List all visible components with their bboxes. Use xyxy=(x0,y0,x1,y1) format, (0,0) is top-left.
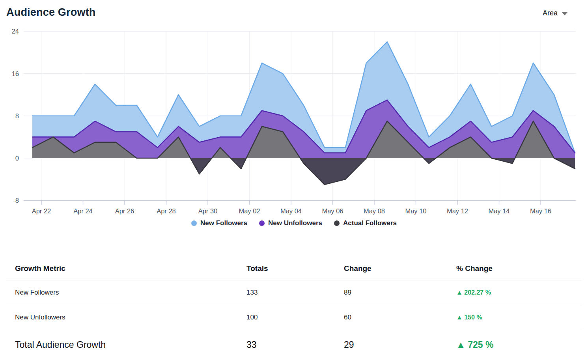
metric-label: New Unfollowers xyxy=(15,314,246,321)
totals-value: 33 xyxy=(246,340,344,350)
pct-change-value: ▲ 725 % xyxy=(456,340,582,350)
page-title: Audience Growth xyxy=(6,6,96,19)
chart-type-value: Area xyxy=(543,9,558,17)
x-tick-label: May 06 xyxy=(322,207,343,215)
legend-dot-icon xyxy=(259,220,265,226)
x-tick-label: May 14 xyxy=(488,207,510,215)
pct-change-value: ▲ 150 % xyxy=(456,314,582,321)
x-tick-label: May 10 xyxy=(405,207,426,215)
x-tick-label: Apr 22 xyxy=(32,207,51,215)
table-row: New Unfollowers 100 60 ▲ 150 % xyxy=(6,305,582,330)
legend-item[interactable]: Actual Followers xyxy=(334,219,397,227)
chart-type-dropdown[interactable]: Area xyxy=(543,9,568,17)
y-tick-label: 8 xyxy=(15,112,19,119)
totals-value: 100 xyxy=(246,314,344,321)
x-tick-label: May 04 xyxy=(280,207,302,215)
audience-growth-chart: Apr 22Apr 24Apr 26Apr 28Apr 30May 02May … xyxy=(0,0,588,215)
legend-dot-icon xyxy=(334,220,340,226)
y-tick-label: 0 xyxy=(15,155,19,162)
col-header-change: Change xyxy=(344,264,456,273)
x-tick-label: May 02 xyxy=(239,207,260,215)
change-value: 29 xyxy=(344,340,456,350)
table-header-row: Growth Metric Totals Change % Change xyxy=(6,257,582,280)
legend-label: Actual Followers xyxy=(343,219,397,227)
chevron-down-icon xyxy=(562,12,568,15)
legend-dot-icon xyxy=(191,220,197,226)
change-value: 60 xyxy=(344,314,456,321)
col-header-pct-change: % Change xyxy=(456,264,582,273)
chart-header: Audience Growth Area xyxy=(6,6,582,19)
x-tick-label: May 08 xyxy=(364,207,385,215)
chart-legend: New FollowersNew UnfollowersActual Follo… xyxy=(0,219,588,227)
x-tick-label: Apr 24 xyxy=(73,207,93,215)
x-tick-label: May 12 xyxy=(447,207,468,215)
legend-item[interactable]: New Unfollowers xyxy=(259,219,322,227)
x-tick-label: Apr 30 xyxy=(198,207,218,215)
legend-label: New Followers xyxy=(200,219,247,227)
x-tick-label: Apr 26 xyxy=(115,207,134,215)
legend-item[interactable]: New Followers xyxy=(191,219,247,227)
metric-label: Total Audience Growth xyxy=(15,340,246,350)
metric-label: New Followers xyxy=(15,289,246,297)
change-value: 89 xyxy=(344,289,456,297)
table-total-row: Total Audience Growth 33 29 ▲ 725 % xyxy=(6,330,582,359)
legend-label: New Unfollowers xyxy=(268,219,322,227)
col-header-growth-metric: Growth Metric xyxy=(15,264,246,273)
audience-growth-panel: Apr 22Apr 24Apr 26Apr 28Apr 30May 02May … xyxy=(0,0,588,364)
col-header-totals: Totals xyxy=(246,264,344,273)
pct-change-value: ▲ 202.27 % xyxy=(456,289,582,296)
x-tick-label: Apr 28 xyxy=(157,207,176,215)
y-tick-label: 16 xyxy=(12,70,19,77)
totals-value: 133 xyxy=(246,289,344,297)
x-tick-label: May 16 xyxy=(530,207,551,215)
y-tick-label: -8 xyxy=(13,197,19,204)
y-tick-label: 24 xyxy=(12,28,19,35)
table-row: New Followers 133 89 ▲ 202.27 % xyxy=(6,280,582,305)
growth-metrics-table: Growth Metric Totals Change % Change New… xyxy=(6,257,582,359)
